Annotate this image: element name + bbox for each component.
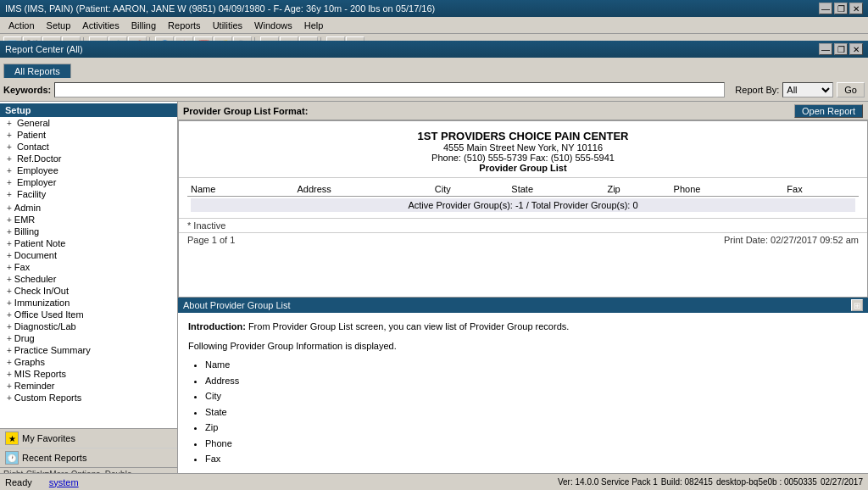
tree-document[interactable]: +Document — [0, 249, 177, 261]
rc-content: All Reports Keywords: Report By: All Go … — [0, 58, 868, 490]
tree-ref-doctor[interactable]: + Ref.Doctor — [0, 153, 177, 164]
tree-reminder[interactable]: +Reminder — [0, 380, 177, 392]
rc-tabs: All Reports — [0, 58, 868, 78]
rc-minimize-button[interactable]: — — [819, 43, 832, 55]
tree-diagnostic[interactable]: +Diagnostic/Lab — [0, 320, 177, 332]
intro-bold: Introduction: — [188, 321, 246, 331]
col-phone: Phone — [670, 182, 784, 197]
tree-patient[interactable]: + Patient — [0, 129, 177, 141]
rc-maximize-button[interactable]: ❐ — [834, 43, 848, 55]
left-panel: Setup + General + Patient + Contact — [0, 102, 178, 490]
provider-phone: Phone: (510) 555-5739 Fax: (510) 555-594… — [196, 153, 850, 163]
report-main-title: Provider Group List — [196, 163, 850, 173]
about-expand-button[interactable]: ⊞ — [851, 299, 863, 311]
menu-windows[interactable]: Windows — [249, 19, 298, 31]
minimize-button[interactable]: — — [819, 3, 832, 14]
menu-activities[interactable]: Activities — [77, 19, 124, 31]
tree-scheduler[interactable]: +Scheduler — [0, 273, 177, 285]
report-table: Name Address City State Zip Phone Fax — [187, 182, 859, 214]
ready-label: Ready — [5, 477, 32, 487]
maximize-button[interactable]: ❐ — [834, 3, 848, 14]
recent-label: Recent Reports — [22, 453, 86, 463]
menu-setup[interactable]: Setup — [42, 19, 76, 31]
app-title: IMS (IMS, PAIN) (Patient: AARON, JANE W … — [5, 3, 435, 14]
close-button[interactable]: ✕ — [849, 3, 863, 14]
status-right: Ver: 14.0.0 Service Pack 1 Build: 082415… — [558, 477, 863, 487]
setup-header[interactable]: Setup — [0, 103, 177, 117]
status-left: Ready system — [5, 477, 79, 487]
tree-patient-label: Patient — [17, 130, 46, 140]
tree-facility[interactable]: + Facility — [0, 188, 177, 200]
tree-office-used[interactable]: +Office Used Item — [0, 309, 177, 320]
page-label: Page 1 of 1 — [187, 235, 235, 245]
tree-employee[interactable]: + Employee — [0, 164, 177, 176]
menu-action[interactable]: Action — [3, 19, 40, 31]
list-item: State — [205, 405, 858, 420]
about-section-header: About Provider Group List ⊞ — [178, 298, 868, 313]
desktop-label: desktop-bq5e0b : 0050335 — [716, 477, 817, 487]
status-bar: Ready system Ver: 14.0.0 Service Pack 1 … — [0, 473, 868, 490]
provider-address: 4555 Main Street New York, NY 10116 — [196, 142, 850, 153]
report-page-info: Page 1 of 1 Print Date: 02/27/2017 09:52… — [179, 232, 867, 247]
keywords-input[interactable] — [54, 82, 725, 97]
format-label: Provider Group List Format: — [183, 106, 308, 116]
tree-checkinout[interactable]: +Check In/Out — [0, 285, 177, 297]
recent-reports-item[interactable]: 🕐 Recent Reports — [0, 448, 177, 467]
about-following: Following Provider Group Information is … — [188, 339, 858, 354]
status-text: Active Provider Group(s): -1 / Total Pro… — [408, 200, 637, 210]
left-tree: Setup + General + Patient + Contact — [0, 102, 177, 428]
tree-emr[interactable]: +EMR — [0, 214, 177, 226]
about-content: Introduction: From Provider Group List s… — [178, 313, 868, 473]
title-bar: IMS (IMS, PAIN) (Patient: AARON, JANE W … — [0, 0, 868, 17]
tree-practice-summary[interactable]: +Practice Summary — [0, 344, 177, 356]
report-center-window: Report Center (All) — ❐ ✕ All Reports Ke… — [0, 41, 868, 490]
user-label[interactable]: system — [49, 477, 79, 487]
tree-contact[interactable]: + Contact — [0, 141, 177, 153]
report-status-row: Active Provider Group(s): -1 / Total Pro… — [191, 198, 855, 212]
report-format-bar: Provider Group List Format: Open Report — [178, 102, 868, 120]
my-favorites-item[interactable]: ★ My Favorites — [0, 429, 177, 448]
menu-reports[interactable]: Reports — [163, 19, 206, 31]
report-header: 1ST PROVIDERS CHOICE PAIN CENTER 4555 Ma… — [179, 121, 867, 178]
recent-icon: 🕐 — [5, 451, 19, 465]
tree-admin[interactable]: +Admin — [0, 202, 177, 214]
about-title: About Provider Group List — [183, 300, 291, 310]
tree-custom-reports[interactable]: +Custom Reports — [0, 392, 177, 404]
list-item: Fax — [205, 452, 858, 466]
tree-employer-label: Employer — [17, 177, 56, 187]
tree-patient-note[interactable]: +Patient Note — [0, 237, 177, 249]
about-intro-para: Introduction: From Provider Group List s… — [188, 320, 858, 334]
report-by-label: Report By: — [735, 85, 779, 95]
version-label: Ver: 14.0.0 Service Pack 1 — [558, 477, 658, 487]
menu-help[interactable]: Help — [299, 19, 329, 31]
tree-billing[interactable]: +Billing — [0, 226, 177, 237]
expand-icon: + — [7, 131, 12, 140]
tree-employer[interactable]: + Employer — [0, 176, 177, 188]
tree-ref-doctor-label: Ref.Doctor — [17, 153, 62, 164]
tree-drug[interactable]: +Drug — [0, 332, 177, 344]
expand-icon: + — [7, 190, 12, 199]
expand-icon: + — [7, 119, 12, 128]
col-zip: Zip — [604, 182, 670, 197]
col-city: City — [431, 182, 509, 197]
report-content: 1ST PROVIDERS CHOICE PAIN CENTER 4555 Ma… — [178, 120, 868, 298]
favorites-icon: ★ — [5, 432, 19, 445]
go-button[interactable]: Go — [837, 82, 865, 97]
tree-contact-label: Contact — [17, 142, 49, 152]
tree-graphs[interactable]: +Graphs — [0, 356, 177, 368]
rc-controls: — ❐ ✕ — [819, 43, 863, 55]
menu-billing[interactable]: Billing — [126, 19, 161, 31]
report-by-select[interactable]: All — [782, 82, 833, 97]
expand-icon: + — [7, 142, 12, 152]
list-item: Address — [205, 374, 858, 388]
all-reports-tab[interactable]: All Reports — [3, 64, 71, 78]
tree-fax[interactable]: +Fax — [0, 261, 177, 273]
menu-utilities[interactable]: Utilities — [208, 19, 248, 31]
rc-close-button[interactable]: ✕ — [849, 43, 863, 55]
tree-immunization[interactable]: +Immunization — [0, 297, 177, 309]
tree-general[interactable]: + General — [0, 117, 177, 129]
window-controls: — ❐ ✕ — [819, 3, 863, 14]
open-report-button[interactable]: Open Report — [794, 104, 863, 118]
tree-mis-reports[interactable]: +MIS Reports — [0, 368, 177, 380]
tree-employee-label: Employee — [17, 165, 58, 175]
